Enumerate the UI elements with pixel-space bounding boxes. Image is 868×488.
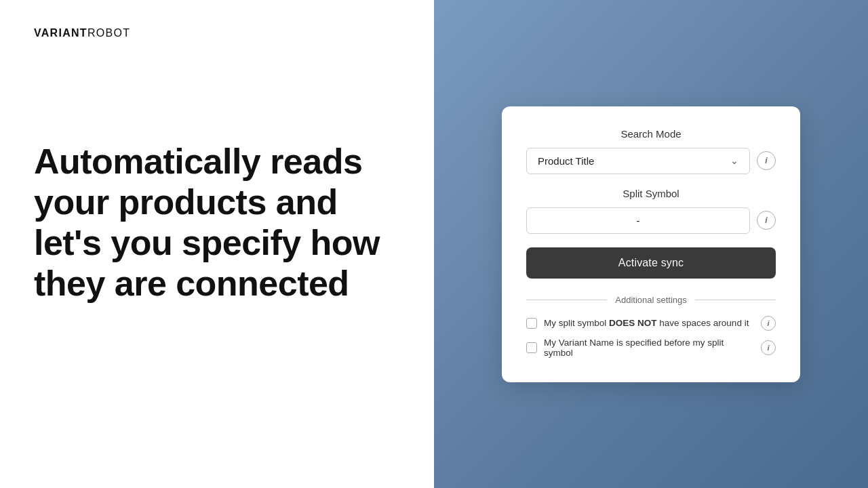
search-mode-info-button[interactable]: i — [757, 151, 776, 170]
split-symbol-no-spaces-checkbox[interactable] — [526, 318, 537, 329]
variant-name-before-label: My Variant Name is specified before my s… — [544, 338, 754, 358]
checkbox1-info-button[interactable]: i — [761, 316, 776, 331]
divider-right — [695, 300, 776, 300]
variant-name-before-checkbox[interactable] — [526, 342, 537, 353]
info-icon: i — [767, 319, 769, 327]
search-mode-label: Search Mode — [526, 128, 776, 140]
does-not-bold: DOES NOT — [609, 318, 657, 328]
info-icon: i — [765, 216, 767, 225]
right-panel: Search Mode Product Title ⌄ i Split Symb… — [434, 0, 868, 488]
checkbox-row-1: My split symbol DOES NOT have spaces aro… — [526, 316, 776, 331]
checkbox2-info-button[interactable]: i — [761, 340, 776, 355]
info-icon: i — [767, 344, 769, 352]
left-panel: VARIANT ROBOT Automatically reads your p… — [0, 0, 434, 488]
hero-text: Automatically reads your products and le… — [34, 142, 400, 358]
info-icon: i — [765, 156, 767, 165]
search-mode-dropdown[interactable]: Product Title ⌄ — [526, 148, 750, 174]
split-symbol-label: Split Symbol — [526, 188, 776, 199]
divider-left — [526, 300, 607, 300]
checkbox-row-2: My Variant Name is specified before my s… — [526, 338, 776, 358]
logo: VARIANT ROBOT — [34, 27, 400, 39]
hero-heading: Automatically reads your products and le… — [34, 142, 400, 304]
additional-settings-divider: Additional settings — [526, 295, 776, 305]
split-symbol-no-spaces-label: My split symbol DOES NOT have spaces aro… — [544, 318, 754, 328]
logo-robot: ROBOT — [87, 27, 130, 39]
logo-variant: VARIANT — [34, 27, 87, 39]
settings-card: Search Mode Product Title ⌄ i Split Symb… — [502, 106, 800, 382]
split-symbol-info-button[interactable]: i — [757, 211, 776, 230]
search-mode-row: Product Title ⌄ i — [526, 148, 776, 174]
search-mode-value: Product Title — [538, 155, 594, 167]
split-symbol-input[interactable] — [526, 207, 750, 234]
split-symbol-row: i — [526, 207, 776, 234]
activate-sync-button[interactable]: Activate sync — [526, 247, 776, 279]
additional-settings-label: Additional settings — [607, 295, 695, 305]
chevron-down-icon: ⌄ — [730, 155, 738, 166]
